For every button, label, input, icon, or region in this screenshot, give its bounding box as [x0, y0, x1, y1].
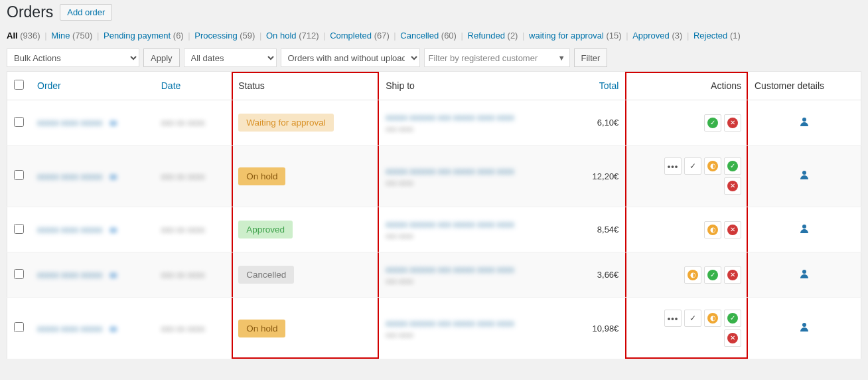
ship-to-sub: xxx xxxx — [386, 179, 518, 187]
date-filter-select[interactable]: All dates — [184, 48, 277, 67]
status-badge: Cancelled — [238, 266, 294, 284]
filter-link[interactable]: Rejected — [693, 31, 727, 41]
select-all-checkbox[interactable] — [14, 80, 24, 90]
order-date: xxx xx xxxx — [161, 270, 205, 280]
order-date: xxx xx xxxx — [161, 225, 205, 235]
table-row: xxxxx xxxx xxxxx ooxxx xx xxxxOn holdxxx… — [7, 298, 861, 359]
filter-link[interactable]: Pending payment — [104, 31, 171, 41]
preview-icon[interactable]: oo — [109, 270, 115, 280]
svg-point-2 — [802, 225, 806, 229]
order-total: 3,66€ — [571, 252, 625, 298]
preview-icon[interactable]: oo — [109, 118, 115, 128]
filter-link[interactable]: Mine — [51, 31, 70, 41]
ship-to-sub: xxx xxxx — [386, 125, 518, 133]
preview-icon[interactable]: oo — [109, 324, 115, 333]
ship-to: xxxxx xxxxxx xxx xxxxx xxxx xxxx — [386, 264, 518, 274]
status-filter-bar: All (936) | Mine (750) | Pending payment… — [7, 31, 861, 41]
customer-details-icon[interactable] — [755, 223, 854, 237]
ship-to: xxxxx xxxxxx xxx xxxxx xxxx xxxx — [386, 166, 518, 176]
order-date: xxx xx xxxx — [161, 118, 205, 128]
col-customer-details: Customer details — [748, 72, 861, 100]
hold-icon[interactable]: ◐ — [704, 157, 721, 175]
row-checkbox[interactable] — [14, 170, 24, 180]
order-link[interactable]: xxxxx xxxx xxxxx — [37, 225, 102, 235]
reject-icon[interactable]: ✕ — [724, 177, 741, 195]
filter-link[interactable]: On hold — [266, 31, 297, 41]
approve-icon[interactable]: ✓ — [724, 310, 741, 327]
order-link[interactable]: xxxxx xxxx xxxxx — [37, 270, 102, 280]
col-order[interactable]: Order — [31, 72, 155, 100]
customer-details-icon[interactable] — [755, 322, 854, 335]
customer-details-icon[interactable] — [755, 169, 854, 183]
table-row: xxxxx xxxx xxxxx ooxxx xx xxxxCancelledx… — [7, 252, 861, 298]
svg-point-4 — [802, 323, 806, 327]
filter-button[interactable]: Filter — [574, 48, 608, 67]
order-total: 12,20€ — [571, 145, 625, 207]
order-link[interactable]: xxxxx xxxx xxxxx — [37, 118, 102, 128]
svg-point-1 — [802, 171, 806, 175]
status-badge: On hold — [238, 167, 285, 185]
filter-link[interactable]: Approved — [632, 31, 670, 41]
add-order-button[interactable]: Add order — [60, 4, 112, 21]
svg-point-0 — [802, 118, 806, 122]
table-row: xxxxx xxxx xxxxx ooxxx xx xxxxApprovedxx… — [7, 207, 861, 252]
reject-icon[interactable]: ✕ — [724, 330, 741, 347]
ship-to-sub: xxx xxxx — [386, 277, 518, 285]
preview-icon[interactable]: oo — [109, 171, 115, 181]
order-total: 10,98€ — [571, 298, 625, 359]
ship-to: xxxxx xxxxxx xxx xxxxx xxxx xxxx — [386, 112, 518, 122]
order-link[interactable]: xxxxx xxxx xxxxx — [37, 324, 102, 333]
order-link[interactable]: xxxxx xxxx xxxxx — [37, 171, 102, 181]
order-date: xxx xx xxxx — [161, 324, 205, 333]
row-checkbox[interactable] — [14, 117, 24, 127]
ship-to: xxxxx xxxxxx xxx xxxxx xxxx xxxx — [386, 318, 518, 328]
hold-icon[interactable]: ◐ — [684, 266, 701, 284]
reject-icon[interactable]: ✕ — [724, 114, 741, 132]
col-ship-to: Ship to — [379, 72, 571, 100]
col-actions: Actions — [625, 72, 748, 100]
filter-link[interactable]: waiting for approval — [529, 31, 604, 41]
order-date: xxx xx xxxx — [161, 171, 205, 181]
ship-to-sub: xxx xxxx — [386, 232, 518, 240]
more-icon[interactable]: ••• — [664, 310, 682, 327]
filter-link[interactable]: Refunded — [468, 31, 505, 41]
ship-to-sub: xxx xxxx — [386, 331, 518, 339]
complete-icon[interactable]: ✓ — [684, 157, 701, 175]
customer-details-icon[interactable] — [755, 268, 854, 282]
col-total[interactable]: Total — [571, 72, 625, 100]
status-badge: On hold — [238, 320, 285, 337]
bulk-actions-select[interactable]: Bulk Actions — [7, 48, 139, 67]
hold-icon[interactable]: ◐ — [704, 221, 721, 238]
select-all-col — [7, 72, 31, 100]
customer-filter-select[interactable]: Filter by registered customer ▼ — [424, 48, 570, 67]
preview-icon[interactable]: oo — [109, 225, 115, 235]
row-checkbox[interactable] — [14, 224, 24, 234]
filter-link[interactable]: Completed — [330, 31, 372, 41]
filter-link-active[interactable]: All — [7, 31, 18, 41]
approve-icon[interactable]: ✓ — [704, 114, 721, 132]
svg-point-3 — [802, 270, 806, 274]
row-checkbox[interactable] — [14, 322, 24, 332]
approve-icon[interactable]: ✓ — [704, 266, 721, 284]
table-row: xxxxx xxxx xxxxx ooxxx xx xxxxWaiting fo… — [7, 100, 861, 145]
order-total: 6,10€ — [571, 100, 625, 145]
filter-link[interactable]: Cancelled — [400, 31, 439, 41]
upload-filter-select[interactable]: Orders with and without uploads — [281, 48, 420, 67]
customer-details-icon[interactable] — [755, 116, 854, 130]
approve-icon[interactable]: ✓ — [724, 157, 741, 175]
more-icon[interactable]: ••• — [664, 157, 682, 175]
chevron-down-icon: ▼ — [558, 54, 565, 62]
reject-icon[interactable]: ✕ — [724, 221, 741, 238]
apply-button[interactable]: Apply — [143, 48, 180, 67]
status-badge: Waiting for approval — [238, 114, 334, 132]
hold-icon[interactable]: ◐ — [704, 310, 721, 327]
col-date[interactable]: Date — [155, 72, 232, 100]
order-total: 8,54€ — [571, 207, 625, 252]
table-row: xxxxx xxxx xxxxx ooxxx xx xxxxOn holdxxx… — [7, 145, 861, 207]
reject-icon[interactable]: ✕ — [724, 266, 741, 284]
row-checkbox[interactable] — [14, 269, 24, 279]
status-badge: Approved — [238, 221, 293, 238]
page-title: Orders — [7, 3, 53, 21]
complete-icon[interactable]: ✓ — [684, 310, 701, 327]
filter-link[interactable]: Processing — [194, 31, 237, 41]
